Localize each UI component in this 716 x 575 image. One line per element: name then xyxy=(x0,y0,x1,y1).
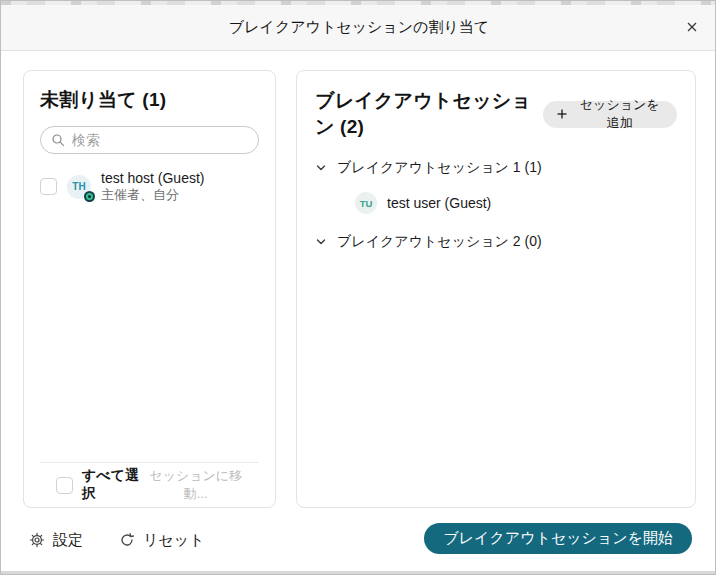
settings-button[interactable]: 設定 xyxy=(29,527,83,553)
window-bottom-edge xyxy=(1,571,716,574)
sessions-panel: ブレイクアウトセッション (2) セッションを追加 xyxy=(296,70,696,508)
add-session-label: セッションを追加 xyxy=(575,96,664,132)
session-participant-row[interactable]: TU test user (Guest) xyxy=(355,192,677,214)
session-name: ブレイクアウトセッション 1 (1) xyxy=(337,159,542,177)
reset-button[interactable]: リセット xyxy=(119,527,204,553)
sessions-panel-header: ブレイクアウトセッション (2) セッションを追加 xyxy=(315,88,677,140)
session-name: ブレイクアウトセッション 2 (0) xyxy=(337,233,542,251)
start-breakout-button[interactable]: ブレイクアウトセッションを開始 xyxy=(424,523,692,554)
session-row[interactable]: ブレイクアウトセッション 1 (1) xyxy=(315,159,677,177)
plus-icon xyxy=(556,108,568,120)
sessions-panel-title: ブレイクアウトセッション (2) xyxy=(315,88,543,140)
dialog-footer: 設定 リセット ブレイクアウトセッションを開始 xyxy=(1,515,716,563)
chevron-down-icon[interactable] xyxy=(315,162,327,174)
participant-row[interactable]: TH test host (Guest) 主催者、自分 xyxy=(40,170,259,203)
search-box xyxy=(40,126,259,154)
avatar: TU xyxy=(355,192,377,214)
chevron-down-icon[interactable] xyxy=(315,236,327,248)
participant-role: 主催者、自分 xyxy=(101,186,204,203)
unassigned-panel-footer: すべて選択 セッションに移動... xyxy=(40,462,259,507)
move-to-session-button[interactable]: セッションに移動... xyxy=(149,467,244,503)
participant-checkbox[interactable] xyxy=(40,178,57,195)
search-input[interactable] xyxy=(72,132,253,148)
settings-label: 設定 xyxy=(53,531,83,550)
dialog-header: ブレイクアウトセッションの割り当て xyxy=(1,5,716,51)
refresh-icon xyxy=(119,532,135,548)
gear-icon xyxy=(29,532,45,548)
close-button[interactable] xyxy=(679,14,705,40)
participant-info: test host (Guest) 主催者、自分 xyxy=(101,170,204,203)
add-session-button[interactable]: セッションを追加 xyxy=(543,101,677,128)
reset-label: リセット xyxy=(143,531,204,550)
search-icon xyxy=(51,133,65,147)
host-badge-icon xyxy=(84,191,95,202)
avatar-initials: TU xyxy=(360,198,373,209)
avatar-initials: TH xyxy=(72,181,85,192)
select-all-checkbox[interactable] xyxy=(56,477,73,494)
dialog-title: ブレイクアウトセッションの割り当て xyxy=(229,18,489,37)
participant-name: test host (Guest) xyxy=(101,170,204,186)
select-all-label: すべて選択 xyxy=(82,467,140,503)
avatar: TH xyxy=(67,175,91,199)
participant-name: test user (Guest) xyxy=(387,195,491,211)
close-icon xyxy=(685,20,699,34)
unassigned-panel-title: 未割り当て (1) xyxy=(40,87,259,113)
session-row[interactable]: ブレイクアウトセッション 2 (0) xyxy=(315,233,677,251)
unassigned-panel: 未割り当て (1) TH test host (Guest) xyxy=(23,70,276,508)
breakout-assignment-dialog: ブレイクアウトセッションの割り当て 未割り当て (1) xyxy=(0,0,716,575)
